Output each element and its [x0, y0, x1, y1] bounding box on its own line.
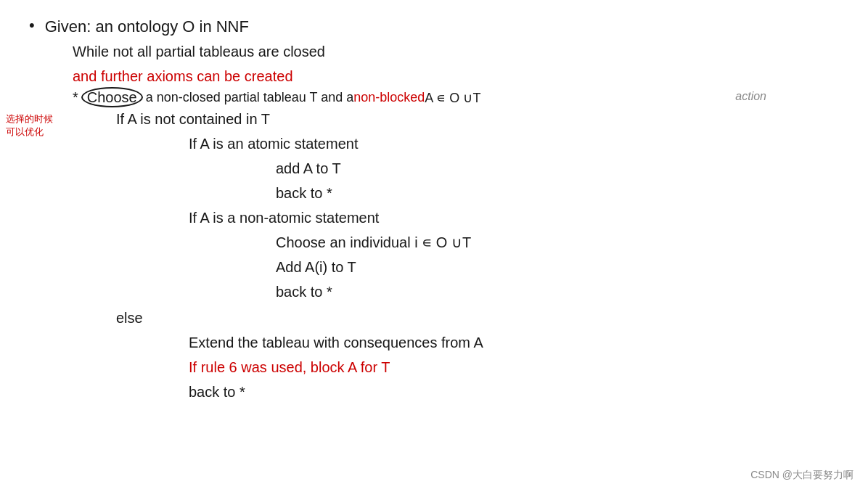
- non-blocked-text: non-blocked: [353, 90, 425, 105]
- back-star-3: back to *: [189, 380, 839, 403]
- star-marker: *: [73, 89, 78, 106]
- choose-individual: Choose an individual i ∊ O ∪T: [276, 231, 839, 254]
- main-bullet: • Given: an ontology O in NNF: [29, 15, 839, 38]
- red-axioms-line: and further axioms can be created: [73, 65, 839, 88]
- choose-oval-span: Choose: [81, 89, 146, 106]
- star-line-end: A ∊ O ∪T: [425, 90, 480, 106]
- add-ai: Add A(i) to T: [276, 255, 839, 279]
- if-atomic: If A is an atomic statement: [189, 132, 839, 155]
- slide-content: 选择的时候可以优化 action • Given: an ontology O …: [0, 0, 868, 419]
- bullet-dot: •: [29, 16, 35, 35]
- annotation-left: 选择的时候可以优化: [6, 112, 57, 139]
- if-non-atomic: If A is a non-atomic statement: [189, 206, 839, 229]
- else-text: else: [116, 306, 839, 329]
- rule6-text: If rule 6 was used, block A for T: [189, 356, 839, 379]
- extend-text: Extend the tableau with consequences fro…: [189, 331, 839, 354]
- csdn-watermark: CSDN @大白要努力啊: [750, 469, 853, 482]
- star-choose-line: * Choose a non-closed partial tableau T …: [73, 89, 839, 106]
- while-line: While not all partial tableaus are close…: [73, 40, 839, 63]
- star-line-post: a non-closed partial tableau T and a: [146, 90, 354, 105]
- given-text: Given: an ontology O in NNF: [45, 15, 249, 38]
- add-a: add A to T: [276, 157, 839, 180]
- back-star-2: back to *: [276, 280, 839, 303]
- back-star-1: back to *: [276, 181, 839, 205]
- choose-oval: Choose: [81, 87, 143, 107]
- if-not-contained: If A is not contained in T: [116, 107, 839, 131]
